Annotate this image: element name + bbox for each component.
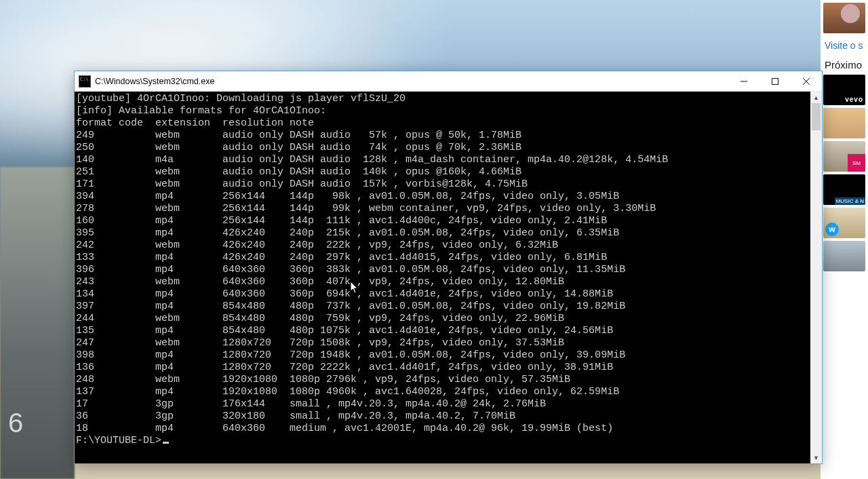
titlebar[interactable]: C:\Windows\System32\cmd.exe: [75, 71, 822, 92]
terminal-line: 242 webm 426x240 240p 222k , vp9, 24fps,…: [76, 240, 810, 252]
thumbnail[interactable]: MUSIC & N: [823, 174, 865, 205]
cmd-window: C:\Windows\System32\cmd.exe [youtube] 4O…: [74, 71, 823, 464]
terminal-line: 398 mp4 1280x720 720p 1948k , av01.0.05M…: [76, 349, 810, 362]
terminal-line: 243 webm 640x360 360p 407k , vp9, 24fps,…: [76, 276, 810, 288]
wallpaper-overlay-text: 6: [8, 408, 23, 438]
terminal-line: 137 mp4 1920x1080 1080p 4960k , avc1.640…: [76, 386, 810, 398]
terminal-line: [info] Available formats for 4OrCA1OInoo…: [76, 105, 810, 117]
minimize-icon: [741, 78, 747, 85]
next-label: Próximo: [825, 59, 868, 71]
terminal-line: 251 webm audio only DASH audio 140k , op…: [76, 166, 810, 178]
terminal-line: F:\YOUTUBE-DL>: [76, 435, 810, 447]
terminal-line: 244 webm 854x480 480p 759k , vp9, 24fps,…: [76, 313, 810, 325]
avatar: [841, 4, 860, 23]
music-n-badge: MUSIC & N: [835, 197, 865, 205]
scroll-thumb[interactable]: [812, 103, 821, 130]
scroll-track[interactable]: [810, 103, 822, 452]
terminal-line: 396 mp4 640x360 360p 383k , av01.0.05M.0…: [76, 264, 810, 276]
terminal-line: [youtube] 4OrCA1OInoo: Downloading js pl…: [76, 93, 810, 105]
smtown-badge: SM: [848, 154, 865, 172]
terminal-line: 160 mp4 256x144 144p 111k , avc1.4d400c,…: [76, 215, 810, 227]
terminal-line: 18 mp4 640x360 medium , avc1.42001E, mp4…: [76, 423, 810, 435]
thumbnail[interactable]: [823, 3, 865, 33]
terminal-line: 136 mp4 1280x720 720p 2222k , avc1.4d401…: [76, 362, 810, 374]
terminal-line: 395 mp4 426x240 240p 215k , av01.0.05M.0…: [76, 227, 810, 240]
thumbnail[interactable]: [823, 108, 865, 138]
terminal-line: 250 webm audio only DASH audio 74k , opu…: [76, 142, 810, 154]
svg-rect-1: [772, 78, 778, 84]
sidebar-recommendations: Visite o s Próximo vevo SM MUSIC & N w: [821, 0, 868, 479]
maximize-button[interactable]: [760, 71, 791, 91]
terminal-line: format code extension resolution note: [76, 117, 810, 130]
terminal-line: 134 mp4 640x360 360p 694k , avc1.4d401e,…: [76, 288, 810, 301]
terminal-output[interactable]: [youtube] 4OrCA1OInoo: Downloading js pl…: [75, 92, 810, 463]
terminal-line: 394 mp4 256x144 144p 98k , av01.0.05M.08…: [76, 191, 810, 203]
terminal-line: 248 webm 1920x1080 1080p 2796k , vp9, 24…: [76, 374, 810, 386]
close-icon: [803, 78, 810, 85]
thumbnail[interactable]: vevo: [823, 75, 865, 105]
terminal-line: 171 webm audio only DASH audio 157k , vo…: [76, 178, 810, 191]
terminal-line: 36 3gp 320x180 small , mp4v.20.3, mp4a.4…: [76, 410, 810, 423]
cmd-icon: [79, 75, 91, 88]
terminal-line: 397 mp4 854x480 480p 737k , av01.0.05M.0…: [76, 301, 810, 313]
scroll-up-button[interactable]: ▲: [810, 92, 822, 103]
thumbnail[interactable]: SM: [823, 141, 865, 172]
close-button[interactable]: [791, 71, 822, 91]
terminal-line: 140 m4a audio only DASH audio 128k , m4a…: [76, 154, 810, 166]
terminal-line: 133 mp4 426x240 240p 297k , avc1.4d4015,…: [76, 252, 810, 264]
terminal-line: 278 webm 256x144 144p 99k , webm contain…: [76, 203, 810, 215]
terminal-line: 247 webm 1280x720 720p 1508k , vp9, 24fp…: [76, 337, 810, 349]
visit-link[interactable]: Visite o s: [825, 40, 868, 51]
scrollbar[interactable]: ▲ ▼: [810, 92, 822, 463]
w-badge-icon: w: [825, 223, 839, 236]
window-title: C:\Windows\System32\cmd.exe: [95, 77, 728, 86]
maximize-icon: [772, 78, 778, 85]
vevo-badge: vevo: [845, 96, 863, 103]
terminal-line: 135 mp4 854x480 480p 1075k , avc1.4d401e…: [76, 325, 810, 337]
thumbnail[interactable]: [823, 241, 865, 271]
cursor-caret: [163, 442, 169, 444]
terminal-line: 17 3gp 176x144 small , mp4v.20.3, mp4a.4…: [76, 398, 810, 410]
scroll-down-button[interactable]: ▼: [810, 452, 822, 463]
minimize-button[interactable]: [728, 71, 760, 91]
thumbnail[interactable]: w: [823, 208, 865, 238]
terminal-line: 249 webm audio only DASH audio 57k , opu…: [76, 130, 810, 142]
